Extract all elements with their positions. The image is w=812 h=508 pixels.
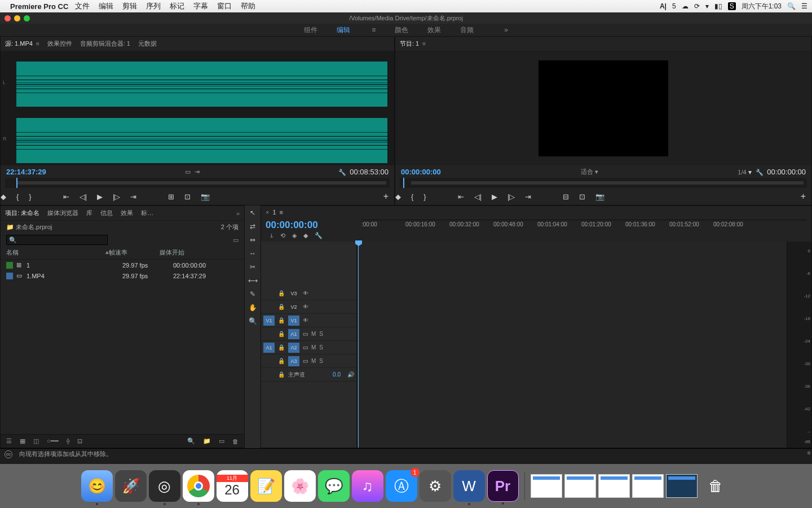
source-waveform[interactable]: L R — [1, 51, 394, 165]
media-browser-tab[interactable]: 媒体浏览器 — [47, 209, 78, 217]
library-tab[interactable]: 库 — [86, 209, 92, 217]
snap-icon[interactable]: ⫰ — [270, 232, 273, 239]
markers-tab[interactable]: 标… — [141, 209, 153, 217]
rolling-tool-icon[interactable]: ↔ — [249, 249, 256, 257]
program-timecode-left[interactable]: 00:00:00:00 — [401, 168, 441, 176]
go-out-icon[interactable]: ⇥ — [130, 192, 136, 201]
razor-tool-icon[interactable]: ✂ — [250, 263, 255, 271]
menu-help[interactable]: 帮助 — [241, 1, 255, 11]
workspace-audio[interactable]: 音频 — [452, 25, 482, 35]
workspace-editing[interactable]: 编辑 — [329, 25, 358, 35]
hand-tool-icon[interactable]: ✋ — [249, 304, 257, 312]
photos-icon[interactable]: 🌸 — [284, 470, 316, 502]
menu-window[interactable]: 窗口 — [217, 1, 232, 11]
overwrite-icon[interactable]: ⊡ — [184, 192, 191, 201]
mute-button[interactable]: M — [311, 331, 316, 337]
track-v1[interactable]: V1🔒V1👁 — [261, 314, 356, 327]
timeline-timecode[interactable]: 00:00:00:00 — [266, 220, 361, 231]
slip-tool-icon[interactable]: ⟷ — [248, 277, 258, 284]
minimized-window[interactable] — [666, 474, 698, 498]
minimized-window[interactable] — [598, 474, 630, 498]
source-insert-icon[interactable]: ⇥ — [195, 168, 200, 175]
new-item-icon[interactable]: ▭ — [219, 437, 224, 445]
p-step-fwd-icon[interactable]: |▷ — [508, 192, 515, 201]
effects-tab[interactable]: 效果 — [121, 209, 133, 217]
cloud-icon[interactable]: ☁ — [682, 2, 689, 10]
workspace-assembly[interactable]: 组件 — [296, 25, 325, 35]
zoom-slider[interactable]: ○━━ — [47, 437, 59, 445]
p-go-out-icon[interactable]: ⇥ — [525, 192, 531, 201]
extract-icon[interactable]: ⊡ — [579, 192, 585, 201]
menu-icon[interactable]: ☰ — [801, 2, 807, 10]
program-tab[interactable]: 节目: 1 — [400, 40, 419, 48]
go-in-icon[interactable]: ⇤ — [63, 192, 69, 201]
new-bin-icon[interactable]: 📁 — [203, 437, 211, 445]
input-icon[interactable]: S — [728, 2, 736, 10]
minimized-window[interactable] — [531, 474, 562, 498]
source-tab-menu-icon[interactable]: ≡ — [36, 41, 39, 47]
messages-icon[interactable]: 💬 — [318, 470, 350, 502]
timeline-ruler[interactable]: :00:00 00:00:16:00 00:00:32:00 00:00:48:… — [361, 220, 807, 235]
eye-icon[interactable]: 👁 — [303, 304, 308, 310]
tl-marker-icon[interactable]: ◆ — [303, 232, 308, 239]
track-v3[interactable]: 🔒V3👁 — [261, 287, 356, 300]
menu-sequence[interactable]: 序列 — [146, 1, 161, 11]
p-mark-in-icon[interactable]: { — [411, 192, 413, 201]
mark-out-icon[interactable]: } — [29, 192, 31, 201]
source-scrubber[interactable] — [5, 178, 390, 188]
fit-label[interactable]: 适合 — [581, 168, 593, 175]
p-play-icon[interactable]: ▶ — [492, 192, 497, 201]
workspace-color[interactable]: 颜色 — [387, 25, 416, 35]
maximize-button[interactable] — [24, 15, 30, 21]
close-button[interactable] — [5, 15, 11, 21]
audio-mixer-tab[interactable]: 音频剪辑混合器: 1 — [80, 40, 130, 48]
workspace-overflow-icon[interactable]: » — [496, 26, 516, 34]
adobe-icon[interactable]: A| — [660, 2, 667, 10]
info-tab[interactable]: 信息 — [100, 209, 113, 217]
menu-edit[interactable]: 编辑 — [99, 1, 113, 11]
lock-icon[interactable]: 🔒 — [278, 290, 285, 296]
settings-icon[interactable]: 🔧 — [315, 232, 323, 239]
icon-view-icon[interactable]: ▦ — [20, 437, 25, 445]
metadata-tab[interactable]: 元数据 — [138, 40, 157, 48]
wifi-icon[interactable]: ▾ — [705, 2, 709, 10]
itunes-icon[interactable]: ♫ — [352, 470, 383, 502]
p-mark-out-icon[interactable]: } — [423, 192, 426, 201]
col-start[interactable]: 媒体开始 — [160, 248, 239, 257]
menu-clip[interactable]: 剪辑 — [122, 1, 137, 11]
premiere-icon[interactable]: Pr — [487, 470, 519, 502]
export-frame-icon[interactable]: 📷 — [201, 192, 210, 201]
p-add-marker-icon[interactable]: ◆ — [395, 192, 401, 201]
scale-label[interactable]: 1/4 — [738, 169, 746, 176]
workspace-menu-icon[interactable]: ≡ — [364, 26, 383, 34]
project-item-2[interactable]: ▭ 1.MP4 29.97 fps 22:14:37:29 — [1, 270, 244, 281]
menu-file[interactable]: 文件 — [75, 1, 90, 11]
clock[interactable]: 周六下午1:03 — [742, 2, 782, 11]
minimize-button[interactable] — [14, 15, 20, 21]
effect-controls-tab[interactable]: 效果控件 — [47, 40, 72, 48]
solo-button[interactable]: S — [319, 331, 323, 337]
track-audio-icon[interactable]: ▭ — [303, 358, 308, 364]
folder-in-icon[interactable]: ▭ — [233, 237, 239, 244]
mark-in-icon[interactable]: { — [16, 192, 19, 201]
sort-icon[interactable]: ⟠ — [67, 437, 69, 445]
p-button-editor-icon[interactable]: + — [801, 191, 806, 202]
source-wrench-icon[interactable]: 🔧 — [338, 169, 346, 176]
col-name[interactable]: 名稱 — [6, 248, 113, 257]
project-tab[interactable]: 项目: 未命名 — [5, 209, 39, 217]
lock-icon[interactable]: 🔒 — [278, 358, 285, 364]
battery-icon[interactable]: ▮▯ — [714, 2, 722, 10]
close-seq-icon[interactable]: × — [266, 209, 269, 216]
play-icon[interactable]: ▶ — [97, 192, 103, 201]
col-fps[interactable]: 帧速率 — [109, 248, 160, 257]
marker-icon[interactable]: ◈ — [292, 232, 297, 239]
freeform-view-icon[interactable]: ◫ — [33, 437, 39, 445]
program-viewer[interactable] — [395, 51, 811, 165]
source-timecode-left[interactable]: 22:14:37:29 — [6, 168, 46, 176]
find-icon[interactable]: 🔍 — [187, 437, 195, 445]
chrome-icon[interactable] — [183, 470, 214, 502]
eye-icon[interactable]: 👁 — [303, 317, 308, 323]
auto-seq-icon[interactable]: ⊡ — [77, 437, 82, 445]
trash-icon[interactable]: 🗑 — [700, 470, 731, 502]
p-step-back-icon[interactable]: ◁| — [474, 192, 482, 201]
